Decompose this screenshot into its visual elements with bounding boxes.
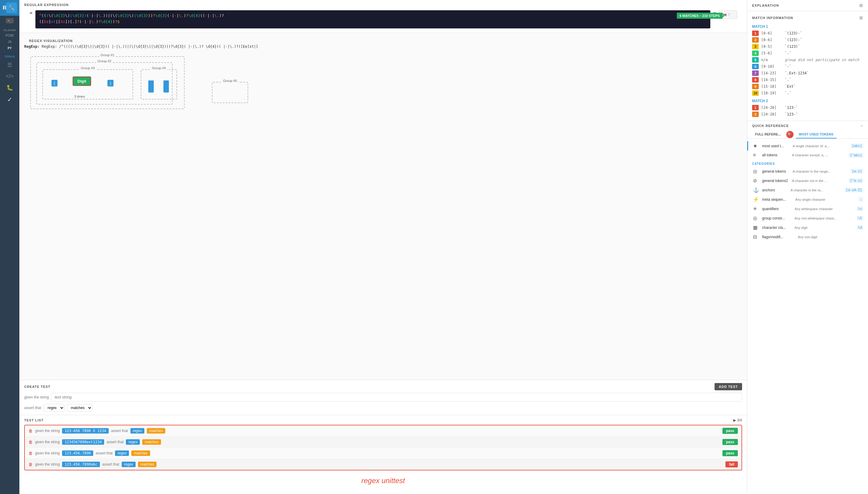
list-item[interactable]: ⚓ anchors A character in the ra... [a-zA… [747, 185, 868, 195]
group-4-label: Group #4 [151, 66, 167, 70]
quick-ref-content: ★ most used t... A single character of: … [747, 139, 868, 494]
assert-type-2: regex [126, 439, 140, 445]
all-tokens-icon: ≡ [753, 152, 759, 158]
group-6-label: Group #6 [222, 79, 238, 82]
match2-header: MATCH 2 [752, 99, 863, 103]
flavor-pcre[interactable]: PCRE [0, 32, 19, 39]
flags-modifi-desc: Any non-digit [798, 235, 863, 239]
terminal-button[interactable]: >_ [6, 18, 13, 23]
match-val-1: `(123)-` [785, 31, 802, 35]
list-item[interactable]: ≡ all tokens A character except: a, ... … [747, 151, 868, 159]
assert-type-select[interactable]: regex [43, 404, 65, 412]
assertion-1: matches [147, 428, 165, 434]
general-tokens-desc: A character in the range... [793, 170, 848, 173]
test-string-4: 123.456.7890abc [62, 462, 100, 467]
quick-ref-tabs: FULL REFERE... 🔍 MOST USED TOKENS [747, 131, 868, 139]
quantifiers-desc: Any whitespace character [795, 207, 854, 211]
list-item: 9 [15-18] `Ext` [752, 83, 863, 90]
delete-icon-2[interactable]: 🗑 [29, 440, 33, 444]
meta-seqn-sample: . [858, 197, 863, 202]
assertion-select[interactable]: matches [67, 404, 92, 412]
match2-range-2: [24-28] [761, 112, 782, 116]
match-range-1: [0-6] [761, 31, 782, 35]
test-list-title: TEST LIST [24, 418, 43, 422]
most-used-sample: [abc] [851, 144, 863, 148]
regex-open-delimiter: " [29, 10, 33, 18]
digit-box: Digit [73, 76, 91, 86]
list-item[interactable]: ⊘ general tokens2 A character not in the… [747, 176, 868, 185]
visualization-section: REGEX VISUALIZATION RegExp: RegExp: /^((… [19, 33, 747, 380]
given-str-label-4: given the string [35, 462, 60, 467]
group-constr-desc: Any non-whitespace chara... [795, 216, 854, 220]
group4-bar2 [163, 80, 169, 93]
delete-icon-3[interactable]: 🗑 [29, 451, 33, 456]
explanation-expand-icon[interactable]: ⊞ [859, 3, 863, 8]
test-string-input[interactable] [51, 393, 742, 401]
list-item: 2 [24-28] `123-` [752, 111, 863, 118]
code-icon[interactable]: </> [0, 71, 19, 82]
assertion-2: matches [142, 439, 161, 445]
flags-help-icon[interactable]: ? [728, 13, 730, 17]
list-item[interactable]: ◎ group constr... Any non-whitespace cha… [747, 213, 868, 223]
list-item[interactable]: ★ most used t... A single character of: … [747, 141, 868, 151]
flavor-py[interactable]: PY [0, 45, 19, 51]
list-item[interactable]: ◎ general tokens A character in the rang… [747, 167, 868, 176]
test-list-section: TEST LIST ▶ 3/4 🗑 given the string 123-4… [19, 415, 747, 494]
regex-input[interactable]: ^(((\(\d{3}\)|\d{3})(·|-|\.))|(\(\d{3}\)… [35, 10, 710, 28]
main-content: REGULAR EXPRESSION 6 MATCHES – 210 STEPS… [19, 0, 868, 494]
match2-range-1: [24-28] [761, 106, 782, 110]
assertion-3: matches [131, 451, 150, 456]
match2-val-2: `123-` [785, 112, 798, 116]
regex-expression-section: REGULAR EXPRESSION 6 MATCHES – 210 STEPS… [19, 0, 747, 33]
most-used-label: most used t... [762, 144, 790, 148]
group-2-label: Group #2 [96, 59, 113, 63]
anchors-label: anchors [762, 188, 788, 192]
test-list-container: 🗑 given the string 123-456 7890 X 1234 a… [24, 425, 742, 470]
quick-ref-expand-icon[interactable]: − [861, 124, 863, 128]
table-row: 🗑 given the string 123.456.7890 assert t… [25, 448, 741, 459]
search-button[interactable]: 🔍 [786, 131, 794, 138]
assert-type-3: regex [115, 451, 129, 456]
all-tokens-label: all tokens [762, 153, 789, 157]
right-panel: EXPLANATION ⊞ MATCH INFORMATION ⊞ MATCH … [747, 0, 868, 494]
quantifiers-sample: \s [857, 207, 863, 211]
general-tokens2-label: general tokens2 [762, 179, 789, 183]
list-item[interactable]: ✳ quantifiers Any whitespace character \… [747, 204, 868, 213]
match-val-6: `-` [785, 64, 792, 69]
match-num-9: 9 [752, 84, 759, 89]
match-num-4: 4 [752, 51, 759, 56]
open-paren-box: ( [52, 80, 57, 87]
match-range-10: [18-19] [761, 91, 782, 95]
match-range-9: [15-18] [761, 84, 782, 89]
given-str-label-3: given the string [35, 451, 60, 455]
create-test-section: CREATE TEST ADD TEST given the string as… [19, 380, 747, 415]
list-item[interactable]: ⊟ flags/modifi... Any non-digit [747, 232, 868, 242]
list-item[interactable]: ▦ character cla... Any digit \d [747, 223, 868, 232]
add-test-button[interactable]: ADD TEST [715, 383, 742, 390]
bug-icon[interactable]: 🐛 [0, 82, 19, 93]
list-item[interactable]: ⚡ meta sequen... Any single character . [747, 195, 868, 204]
char-class-icon: ▦ [753, 225, 759, 230]
tab-full-ref[interactable]: FULL REFERE... [752, 131, 784, 138]
delete-icon-1[interactable]: 🗑 [29, 429, 33, 433]
match2-val-1: `123-` [785, 106, 798, 110]
regex-section-title: REGULAR EXPRESSION [19, 0, 747, 8]
flavor-js[interactable]: JS [0, 39, 19, 45]
match-info-expand-icon[interactable]: ⊞ [859, 15, 863, 20]
flags-modifi-icon: ⊟ [753, 234, 759, 240]
tab-most-used[interactable]: MOST USED TOKENS [796, 131, 836, 138]
test-string-2: 1234567890ext1234 [62, 439, 104, 445]
result-badge-2: pass [722, 439, 738, 445]
assert-row: assert that regex matches [24, 404, 742, 412]
assert-label-4: assert that [102, 462, 119, 467]
check-icon[interactable]: ✓ [0, 93, 19, 106]
match-range-8: [14-15] [761, 78, 782, 82]
wrench-icon[interactable]: 🔧 [6, 2, 17, 13]
list-icon[interactable]: ☰ [0, 59, 19, 71]
result-badge-4: fail [725, 461, 738, 468]
delete-icon-4[interactable]: 🗑 [29, 462, 33, 467]
list-item: 3 [0-5] `(123)` [752, 43, 863, 50]
list-item: 8 [14-15] `.` [752, 76, 863, 83]
anchors-icon: ⚓ [753, 187, 759, 193]
match-num-10: 10 [752, 90, 759, 96]
